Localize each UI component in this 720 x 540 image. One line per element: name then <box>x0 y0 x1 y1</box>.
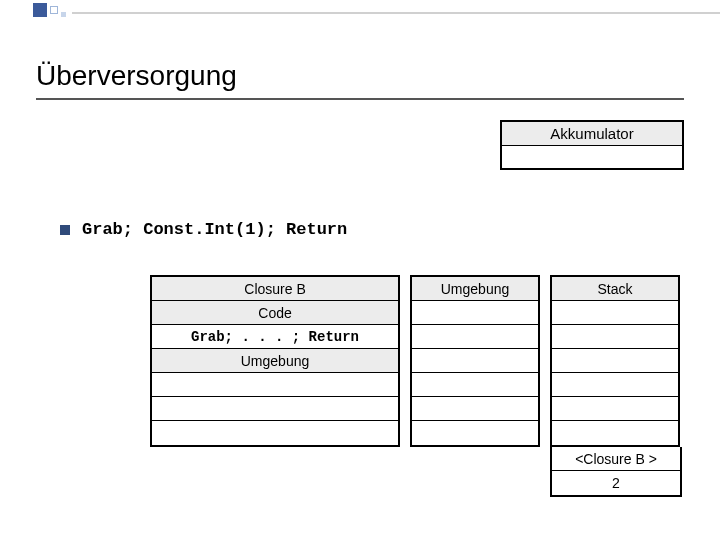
template-header-strip <box>0 0 720 18</box>
closure-box: Closure B Code Grab; . . . ; Return Umge… <box>150 275 400 447</box>
title-underline <box>36 98 684 100</box>
akkumulator-box: Akkumulator <box>500 120 684 170</box>
stack-empty-cell <box>552 397 678 421</box>
stack-empty-cell <box>552 373 678 397</box>
akkumulator-empty-cell <box>502 146 682 168</box>
decor-line <box>72 12 720 14</box>
stack-empty-cell <box>552 325 678 349</box>
stack-box: Stack <box>550 275 680 447</box>
closure-empty-cell <box>152 397 398 421</box>
closure-header: Closure B <box>152 277 398 301</box>
decor-square-icon <box>50 6 58 14</box>
bullet-icon <box>60 225 70 235</box>
stack-extra-rows: <Closure B > 2 <box>550 447 682 497</box>
umgebung-box: Umgebung <box>410 275 540 447</box>
stack-header: Stack <box>552 277 678 301</box>
bullet-row: Grab; Const.Int(1); Return <box>60 220 347 239</box>
decor-square-icon <box>61 12 66 17</box>
umgebung-empty-cell <box>412 349 538 373</box>
stack-empty-cell <box>552 349 678 373</box>
bullet-code: Grab; Const.Int(1); Return <box>82 220 347 239</box>
boxes-area: Closure B Code Grab; . . . ; Return Umge… <box>150 275 680 447</box>
umgebung-header: Umgebung <box>412 277 538 301</box>
umgebung-empty-cell <box>412 325 538 349</box>
stack-empty-cell <box>552 301 678 325</box>
umgebung-empty-cell <box>412 397 538 421</box>
closure-empty-cell <box>152 421 398 445</box>
umgebung-empty-cell <box>412 373 538 397</box>
closure-code-header: Code <box>152 301 398 325</box>
slide-title: Überversorgung <box>36 60 237 92</box>
stack-entry-value: 2 <box>552 471 680 495</box>
stack-empty-cell <box>552 421 678 445</box>
closure-empty-cell <box>152 373 398 397</box>
umgebung-empty-cell <box>412 421 538 445</box>
stack-entry-closure: <Closure B > <box>552 447 680 471</box>
akkumulator-header: Akkumulator <box>502 122 682 146</box>
closure-umgebung-header: Umgebung <box>152 349 398 373</box>
closure-code-line: Grab; . . . ; Return <box>152 325 398 349</box>
decor-square-icon <box>33 3 47 17</box>
umgebung-empty-cell <box>412 301 538 325</box>
